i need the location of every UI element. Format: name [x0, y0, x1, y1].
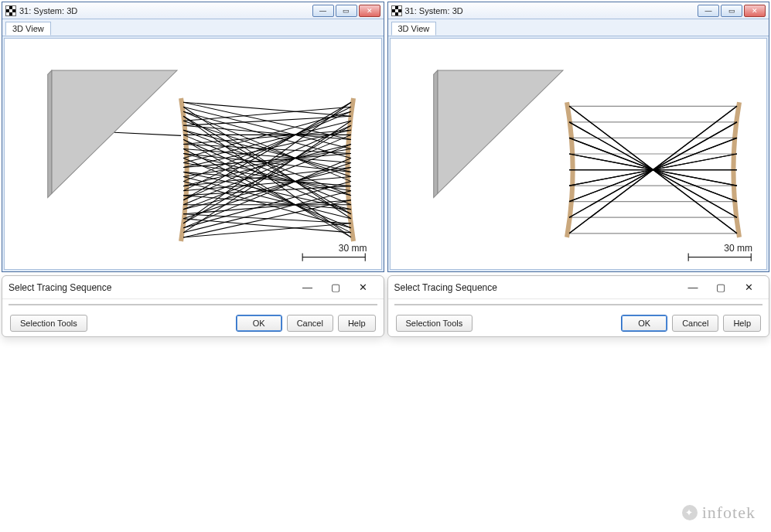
close-button[interactable]: ✕	[359, 5, 380, 17]
viewport-3d[interactable]: 30 mm	[390, 38, 768, 270]
minimize-button[interactable]: —	[294, 278, 322, 297]
cancel-button[interactable]: Cancel	[672, 315, 718, 332]
window-title: 31: System: 3D	[405, 6, 695, 15]
viewport-3d[interactable]: 30 mm	[4, 38, 382, 270]
svg-marker-0	[52, 70, 177, 193]
minimize-button[interactable]: —	[312, 5, 334, 17]
dialog-title: Select Tracing Sequence	[9, 282, 294, 293]
close-button[interactable]: ✕	[350, 278, 377, 297]
titlebar[interactable]: 31: System: 3D — ▭ ✕	[2, 2, 384, 19]
dialog-tracing-sequence-left: Select Tracing Sequence — ▢ ✕ ✓47: "Thor…	[2, 275, 384, 337]
svg-marker-66	[437, 70, 562, 193]
titlebar[interactable]: 31: System: 3D — ▭ ✕	[388, 2, 769, 19]
close-button[interactable]: ✕	[735, 278, 762, 297]
dialog-tracing-sequence-right: Select Tracing Sequence — ▢ ✕ ✓7: "Thorl…	[387, 275, 770, 337]
window-3d-left: 31: System: 3D — ▭ ✕ 3D View	[2, 2, 384, 272]
view-tabbar: 3D View	[388, 19, 769, 36]
watermark-text: infotek	[702, 503, 756, 523]
svg-line-60	[183, 163, 351, 191]
watermark-icon: ✦	[682, 505, 698, 520]
sequence-list[interactable]: ✓7: "Thorlabs [CM508-050-M01]" (# 2) → S…	[394, 304, 763, 305]
dialog-titlebar[interactable]: Select Tracing Sequence — ▢ ✕	[388, 276, 769, 299]
app-icon	[391, 5, 402, 16]
cancel-button[interactable]: Cancel	[287, 315, 333, 332]
maximize-button[interactable]: ▭	[721, 5, 742, 17]
scale-label: 30 mm	[724, 243, 752, 254]
close-button[interactable]: ✕	[744, 5, 766, 17]
maximize-button[interactable]: ▢	[322, 278, 350, 297]
selection-tools-button[interactable]: Selection Tools	[10, 315, 87, 332]
watermark: ✦ infotek	[682, 503, 756, 523]
dialog-footer: Selection Tools OK Cancel Help	[2, 310, 384, 336]
dialog-footer: Selection Tools OK Cancel Help	[388, 310, 769, 336]
window-3d-right: 31: System: 3D — ▭ ✕ 3D View	[387, 2, 770, 272]
window-title: 31: System: 3D	[19, 6, 309, 15]
help-button[interactable]: Help	[338, 315, 376, 332]
tab-3d-view[interactable]: 3D View	[5, 22, 51, 36]
minimize-button[interactable]: —	[679, 278, 707, 297]
view-tabbar: 3D View	[2, 19, 384, 36]
svg-marker-67	[433, 70, 437, 197]
scale-label: 30 mm	[339, 243, 367, 254]
maximize-button[interactable]: ▢	[707, 278, 735, 297]
ok-button[interactable]: OK	[621, 315, 667, 332]
app-icon	[5, 5, 16, 16]
help-button[interactable]: Help	[723, 315, 761, 332]
dialog-titlebar[interactable]: Select Tracing Sequence — ▢ ✕	[2, 276, 384, 299]
svg-line-54	[183, 148, 351, 232]
svg-line-2	[114, 132, 181, 135]
tab-3d-view[interactable]: 3D View	[391, 22, 437, 36]
minimize-button[interactable]: —	[698, 5, 719, 17]
maximize-button[interactable]: ▭	[336, 5, 357, 17]
svg-marker-1	[48, 70, 52, 197]
dialog-title: Select Tracing Sequence	[394, 282, 680, 293]
selection-tools-button[interactable]: Selection Tools	[396, 315, 473, 332]
ok-button[interactable]: OK	[236, 315, 282, 332]
sequence-list[interactable]: ✓47: "Thorlabs [CM508-050-M01]" (# 2) → …	[9, 304, 377, 305]
